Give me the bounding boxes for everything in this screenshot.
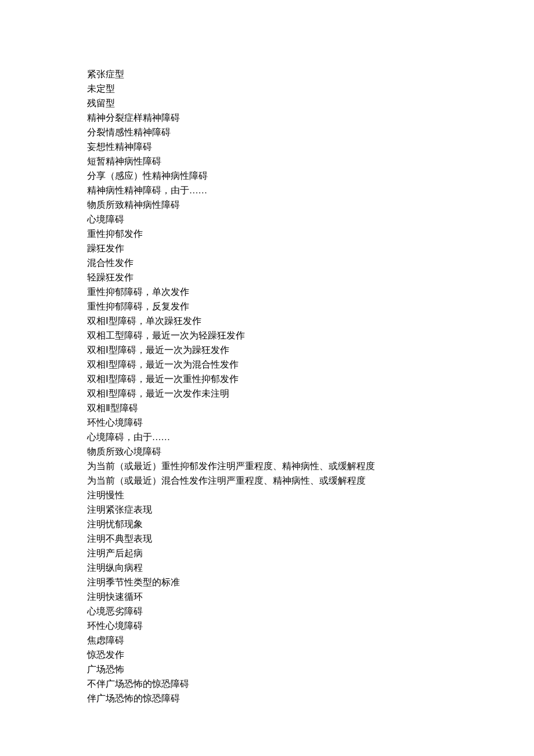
- text-line: 环性心境障碍: [87, 415, 447, 430]
- text-line: 惊恐发作: [87, 647, 447, 662]
- text-line: 为当前（或最近）混合性发作注明严重程度、精神病性、或缓解程度: [87, 473, 447, 488]
- text-line: 精神病性精神障碍，由于……: [87, 183, 447, 197]
- text-line: 分裂情感性精神障碍: [87, 125, 447, 139]
- text-line: 双相工型障碍，最近一次为轻躁狂发作: [87, 328, 447, 343]
- text-line: 重性抑郁障碍，反复发作: [87, 299, 447, 314]
- document-page: 紧张症型 未定型 残留型 精神分裂症样精神障碍 分裂情感性精神障碍 妄想性精神障…: [0, 0, 534, 756]
- text-line: 轻躁狂发作: [87, 270, 447, 285]
- text-line: 紧张症型: [87, 67, 447, 81]
- text-line: 躁狂发作: [87, 241, 447, 255]
- text-line: 注明慢性: [87, 488, 447, 502]
- text-line: 注明不典型表现: [87, 531, 447, 546]
- text-line: 注明紧张症表现: [87, 502, 447, 517]
- text-line: 短暂精神病性障碍: [87, 154, 447, 168]
- text-line: 混合性发作: [87, 255, 447, 270]
- text-line: 双相Ⅰ型障碍，最近一次为躁狂发作: [87, 343, 447, 357]
- text-line: 伴广场恐怖的惊恐障碍: [87, 691, 447, 705]
- text-line: 双相Ⅰ型障碍，最近一次重性抑郁发作: [87, 372, 447, 386]
- text-line: 注明快速循环: [87, 589, 447, 604]
- text-line: 不伴广场恐怖的惊恐障碍: [87, 676, 447, 691]
- text-line: 注明产后起病: [87, 546, 447, 560]
- text-line: 残留型: [87, 96, 447, 110]
- text-line: 为当前（或最近）重性抑郁发作注明严重程度、精神病性、或缓解程度: [87, 459, 447, 473]
- text-line: 焦虑障碍: [87, 633, 447, 647]
- text-line: 心境恶劣障碍: [87, 604, 447, 618]
- text-line: 心境障碍: [87, 212, 447, 226]
- text-line: 物质所致心境障碍: [87, 444, 447, 459]
- text-line: 广场恐怖: [87, 662, 447, 676]
- text-line: 重性抑郁发作: [87, 226, 447, 241]
- text-line: 精神分裂症样精神障碍: [87, 110, 447, 125]
- text-line: 分享（感应）性精神病性障碍: [87, 168, 447, 183]
- text-line: 环性心境障碍: [87, 618, 447, 633]
- text-line: 注明纵向病程: [87, 560, 447, 575]
- text-line: 注明季节性类型的标准: [87, 575, 447, 589]
- text-line: 注明忧郁现象: [87, 517, 447, 531]
- text-line: 双相Ⅰ型障碍，最近一次发作未注明: [87, 386, 447, 401]
- text-line: 双相Ⅰ型障碍，单次躁狂发作: [87, 314, 447, 328]
- text-line: 心境障碍，由于……: [87, 430, 447, 444]
- text-line: 双相Ⅰ型障碍，最近一次为混合性发作: [87, 357, 447, 372]
- text-line: 重性抑郁障碍，单次发作: [87, 285, 447, 299]
- text-line: 物质所致精神病性障碍: [87, 197, 447, 212]
- text-line: 未定型: [87, 81, 447, 96]
- text-line: 妄想性精神障碍: [87, 139, 447, 154]
- text-line: 双相Ⅱ型障碍: [87, 401, 447, 415]
